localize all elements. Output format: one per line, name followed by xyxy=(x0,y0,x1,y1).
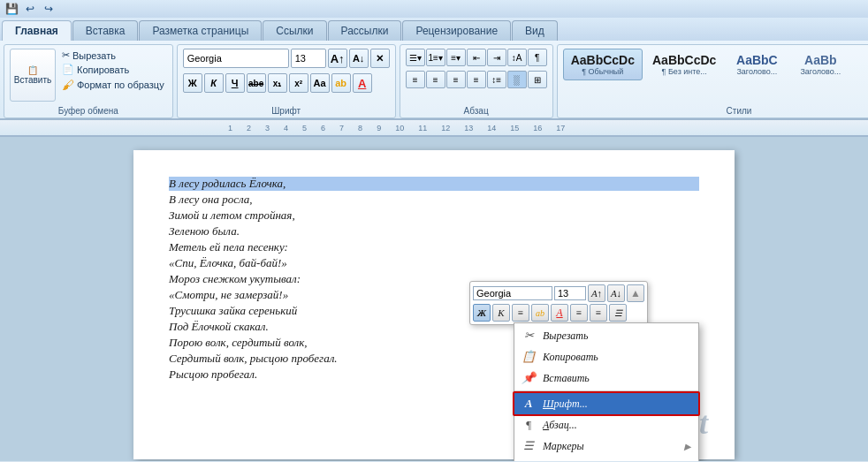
ctx-paste[interactable]: 📌 Вставить xyxy=(514,367,698,391)
increase-indent-button[interactable]: ⇥ xyxy=(487,49,506,66)
mini-bold-button[interactable]: Ж xyxy=(473,304,491,322)
style-normal[interactable]: AaBbCcDc ¶ Обычный xyxy=(563,49,643,80)
doc-line-1: В лесу родилась Ёлочка, xyxy=(169,177,699,191)
style-no-spacing-label: ¶ Без инте... xyxy=(662,67,707,76)
font-name-input[interactable] xyxy=(183,49,289,68)
bullets-button[interactable]: ☰▾ xyxy=(406,49,425,66)
clipboard-group-label: Буфер обмена xyxy=(4,106,172,116)
style-no-spacing[interactable]: AaBbCcDc ¶ Без инте... xyxy=(644,49,724,80)
mini-font-input[interactable] xyxy=(473,286,552,300)
style-normal-preview: AaBbCcDc xyxy=(571,53,635,67)
tab-insert[interactable]: Вставка xyxy=(72,20,139,41)
borders-button[interactable]: ⊞ xyxy=(528,71,547,88)
ctx-bullets[interactable]: ☰ Маркеры ▶ xyxy=(514,435,698,457)
document-area: В лесу родилась Ёлочка, В лесу она росла… xyxy=(0,137,868,461)
doc-line-5: Метель ей пела песенку: xyxy=(169,240,699,254)
font-size-input[interactable] xyxy=(291,49,326,68)
ctx-numbering-label: Нумерация xyxy=(543,461,677,462)
bold-button[interactable]: Ж xyxy=(183,73,202,93)
bullets-arrow: ▶ xyxy=(684,442,691,451)
tab-mailings[interactable]: Рассылки xyxy=(328,20,402,41)
style-heading1-preview: AaBbC xyxy=(736,53,778,67)
numbering-button[interactable]: 1≡▾ xyxy=(426,49,445,66)
font-color-button[interactable]: А xyxy=(353,73,372,93)
tab-review[interactable]: Рецензирование xyxy=(402,20,511,41)
doc-line-2: В лесу она росла, xyxy=(169,193,699,207)
mini-extra3-button[interactable]: ☰ xyxy=(609,304,627,322)
doc-line-3: Зимой и летом стройная, xyxy=(169,208,699,223)
tab-references[interactable]: Ссылки xyxy=(263,20,326,41)
align-right-button[interactable]: ≡ xyxy=(446,71,466,88)
tab-home[interactable]: Главная xyxy=(2,20,72,41)
mini-highlight-button[interactable]: ab xyxy=(531,304,549,322)
tab-layout[interactable]: Разметка страницы xyxy=(139,20,262,41)
ctx-cut-label: Вырезать xyxy=(543,329,691,343)
ctx-font[interactable]: А Шрифт... xyxy=(514,393,698,414)
style-extra[interactable]: AaB xyxy=(853,49,868,80)
align-center-button[interactable]: ≡ xyxy=(426,71,445,88)
cut-icon: ✂ xyxy=(522,329,536,343)
highlight-button[interactable]: ab xyxy=(331,73,351,93)
tab-view[interactable]: Вид xyxy=(512,20,558,41)
italic-button[interactable]: К xyxy=(204,73,224,93)
ctx-copy-label: Копировать xyxy=(543,351,691,364)
show-marks-button[interactable]: ¶ xyxy=(528,49,547,66)
copy-icon: 📄 xyxy=(62,64,74,75)
clear-format-button[interactable]: ✕ xyxy=(370,49,390,68)
mini-grow-button[interactable]: A↑ xyxy=(588,284,605,302)
ruler: 1234567891011121314151617 xyxy=(0,120,868,136)
bullets-icon: ☰ xyxy=(522,439,536,453)
undo-button[interactable]: ↩ xyxy=(22,1,38,17)
decrease-indent-button[interactable]: ⇤ xyxy=(467,49,486,66)
mini-extra1-button[interactable]: ≡ xyxy=(570,304,588,322)
style-heading1[interactable]: AaBbC Заголово... xyxy=(726,49,788,80)
copy-icon: 📋 xyxy=(522,350,536,364)
mini-size-input[interactable] xyxy=(554,286,586,300)
style-heading2[interactable]: AaBb Заголово... xyxy=(789,49,851,80)
increase-font-button[interactable]: A↑ xyxy=(328,49,347,68)
ctx-bullets-label: Маркеры xyxy=(543,440,677,453)
redo-button[interactable]: ↪ xyxy=(41,1,57,17)
mini-fontcolor-button[interactable]: А xyxy=(551,304,568,322)
paste-button[interactable]: 📋 Вставить xyxy=(10,49,56,102)
context-menu: ✂ Вырезать 📋 Копировать 📌 Вставить А Шри… xyxy=(514,322,699,461)
ctx-paragraph-label: Абзац... xyxy=(543,419,691,432)
format-painter-button[interactable]: 🖌 Формат по образцу xyxy=(59,77,167,93)
mini-shrink-button[interactable]: A↓ xyxy=(607,284,625,302)
underline-button[interactable]: Ч xyxy=(225,73,245,93)
paste-icon: 📌 xyxy=(522,371,536,385)
subscript-button[interactable]: x₁ xyxy=(268,73,287,93)
shading-button[interactable]: ░ xyxy=(507,71,527,88)
sort-button[interactable]: ↕A xyxy=(507,49,527,66)
style-no-spacing-preview: AaBbCcDc xyxy=(652,53,716,67)
save-button[interactable]: 💾 xyxy=(4,1,19,17)
mini-extra2-button[interactable]: ≡ xyxy=(590,304,607,322)
mini-align-button[interactable]: ≡ xyxy=(512,304,529,322)
ctx-copy[interactable]: 📋 Копировать xyxy=(514,346,698,367)
superscript-button[interactable]: x² xyxy=(289,73,308,93)
justify-button[interactable]: ≡ xyxy=(467,71,486,88)
format-painter-icon: 🖌 xyxy=(62,78,74,92)
ctx-cut[interactable]: ✂ Вырезать xyxy=(514,325,698,346)
style-heading2-label: Заголово... xyxy=(800,67,841,76)
cut-button[interactable]: ✂ Вырезать xyxy=(59,49,167,62)
decrease-font-button[interactable]: A↓ xyxy=(349,49,369,68)
mini-italic-button[interactable]: К xyxy=(492,304,510,322)
ctx-numbering[interactable]: ≡ Нумерация ▶ xyxy=(514,457,698,461)
copy-button[interactable]: 📄 Копировать xyxy=(59,63,167,76)
styles-group-label: Стили xyxy=(558,106,868,116)
change-case-button[interactable]: Аа xyxy=(310,73,330,93)
format-painter-label: Формат по образцу xyxy=(77,80,164,90)
strikethrough-button[interactable]: abe xyxy=(247,73,266,93)
ribbon: 📋 Вставить ✂ Вырезать 📄 Копировать 🖌 Фор… xyxy=(0,41,868,120)
cut-icon: ✂ xyxy=(62,49,70,61)
mini-color-button[interactable]: ▲ xyxy=(627,284,644,302)
line-spacing-button[interactable]: ↕≡ xyxy=(487,71,506,88)
cut-label: Вырезать xyxy=(72,50,116,61)
style-heading1-label: Заголово... xyxy=(736,67,777,76)
align-left-button[interactable]: ≡ xyxy=(406,71,425,88)
document-page[interactable]: В лесу родилась Ёлочка, В лесу она росла… xyxy=(133,150,735,459)
multilevel-button[interactable]: ≡▾ xyxy=(446,49,466,66)
ctx-paragraph[interactable]: ¶ Абзац... xyxy=(514,414,698,435)
font-icon: А xyxy=(522,397,536,411)
